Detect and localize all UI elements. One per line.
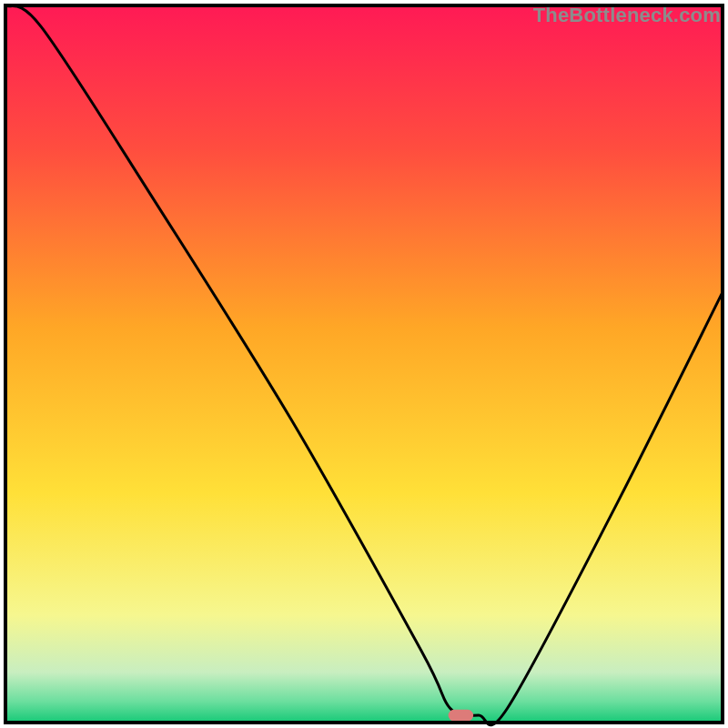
- optimum-marker: [449, 710, 474, 722]
- bottleneck-chart: TheBottleneck.com: [0, 0, 728, 728]
- watermark-label: TheBottleneck.com: [533, 4, 721, 27]
- chart-svg: [0, 0, 728, 728]
- chart-background: [5, 5, 723, 723]
